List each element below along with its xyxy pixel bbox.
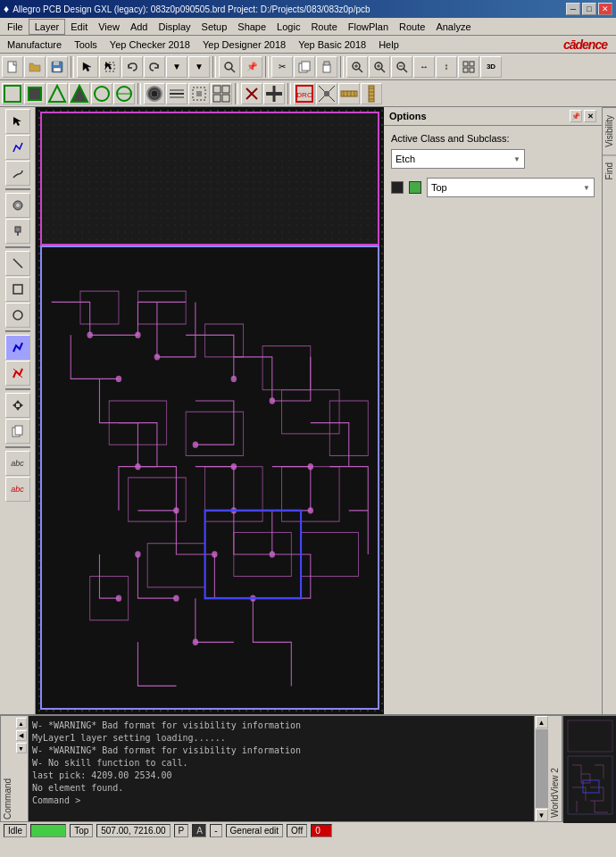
- menu-help[interactable]: Help: [373, 37, 404, 52]
- pcb-top-region: [40, 112, 379, 245]
- sidebar-circle-btn[interactable]: [5, 303, 30, 328]
- toolbar-zoom-out-btn[interactable]: [391, 56, 412, 78]
- toolbar2-btn6[interactable]: [113, 83, 135, 104]
- console-arrow-prev[interactable]: ◀: [16, 730, 27, 741]
- sidebar-route-btn[interactable]: [5, 335, 30, 360]
- menu-display[interactable]: Display: [153, 20, 196, 34]
- toolbar-zoom-prev-btn[interactable]: ↔: [413, 56, 435, 78]
- toolbar-paste-btn[interactable]: [316, 56, 337, 78]
- toolbar-scroll-dn-btn[interactable]: ▼: [166, 56, 187, 78]
- menu-route[interactable]: Route: [305, 20, 342, 34]
- sidebar-rect-btn[interactable]: [5, 277, 30, 302]
- toolbar-new-btn[interactable]: [2, 56, 23, 78]
- menu-view[interactable]: View: [93, 20, 125, 34]
- toolbar-zoom-fit-btn[interactable]: [346, 56, 368, 78]
- menu-tools[interactable]: Tools: [69, 37, 103, 52]
- toolbar2-btn3[interactable]: [46, 83, 68, 104]
- toolbar2-btn14[interactable]: [316, 83, 337, 104]
- menu-shape[interactable]: Shape: [232, 20, 271, 34]
- toolbar-select2-btn[interactable]: [99, 56, 121, 78]
- sidebar-line-btn[interactable]: [5, 251, 30, 276]
- toolbar-zoom-in-btn[interactable]: [369, 56, 390, 78]
- toolbar-open-btn[interactable]: [24, 56, 46, 78]
- options-close-btn[interactable]: ✕: [584, 110, 596, 122]
- toolbar2-btn12[interactable]: [263, 83, 285, 104]
- toolbar2-btn10[interactable]: [211, 83, 232, 104]
- subclass-checkbox[interactable]: [391, 181, 404, 194]
- tab-find[interactable]: Find: [603, 154, 616, 187]
- menu-layer[interactable]: Layer: [29, 19, 66, 35]
- menu-setup[interactable]: Setup: [196, 20, 233, 34]
- menu-flowplan[interactable]: FlowPlan: [343, 20, 394, 34]
- menu-edit[interactable]: Edit: [65, 20, 93, 34]
- menu-logic[interactable]: Logic: [271, 20, 305, 34]
- menu-yep-basic[interactable]: Yep Basic 2018: [293, 37, 371, 52]
- sidebar-move-btn[interactable]: [5, 393, 30, 418]
- sidebar-ripup-btn[interactable]: [5, 361, 30, 386]
- sidebar-pin-btn[interactable]: [5, 219, 30, 244]
- toolbar-scroll-dn2-btn[interactable]: ▼: [188, 56, 210, 78]
- console-arrow-up[interactable]: ▲: [16, 718, 27, 728]
- toolbar-cut-btn[interactable]: ✂: [271, 56, 293, 78]
- svg-line-20: [404, 69, 407, 72]
- options-pin-btn[interactable]: 📌: [570, 110, 582, 122]
- sidebar-text2-btn[interactable]: abc: [5, 477, 30, 502]
- sidebar-text-btn[interactable]: abc: [5, 451, 30, 476]
- toolbar-undo-btn[interactable]: [121, 56, 143, 78]
- toolbar2-btn4[interactable]: [69, 83, 90, 104]
- sidebar-sep-1: [5, 188, 30, 190]
- sidebar-via-btn[interactable]: [5, 193, 30, 218]
- sidebar-slide-btn[interactable]: [5, 161, 30, 186]
- menu-yep-designer[interactable]: Yep Designer 2018: [197, 37, 291, 52]
- worldview-label: WorldView 2: [548, 716, 562, 821]
- console-scroll-down-btn[interactable]: ▼: [536, 809, 548, 821]
- toolbar-grid-btn[interactable]: [458, 56, 479, 78]
- toolbar-redo-btn[interactable]: [144, 56, 165, 78]
- sidebar-addconnect-btn[interactable]: [5, 135, 30, 160]
- close-button[interactable]: ✕: [598, 3, 612, 15]
- subclass-dropdown[interactable]: Top ▼: [427, 178, 595, 197]
- toolbar2-drc-btn[interactable]: DRC: [294, 83, 315, 104]
- toolbar2-btn11[interactable]: [241, 83, 262, 104]
- menu-manufacture[interactable]: Manufacture: [2, 37, 67, 52]
- toolbar2-btn1[interactable]: [2, 83, 23, 104]
- toolbar-3d-btn[interactable]: 3D: [480, 56, 502, 78]
- console-arrow-down2[interactable]: ▼: [16, 743, 27, 753]
- menu-file[interactable]: File: [2, 20, 29, 34]
- toolbar-2: DRC: [0, 80, 616, 107]
- console-scroll-track[interactable]: [536, 729, 548, 808]
- class-dropdown[interactable]: Etch ▼: [391, 149, 525, 169]
- toolbar2-ruler-btn[interactable]: [338, 83, 360, 104]
- toolbar2-btn5[interactable]: [91, 83, 112, 104]
- toolbar-copy-btn[interactable]: [294, 56, 315, 78]
- sidebar-copy-btn[interactable]: [5, 419, 30, 444]
- toolbar-pin-btn[interactable]: 📌: [241, 56, 262, 78]
- console-text-area[interactable]: W- *WARNING* Bad format for visibility i…: [29, 716, 534, 821]
- pcb-canvas-area[interactable]: [36, 107, 384, 714]
- toolbar2-btn7[interactable]: [144, 83, 165, 104]
- menu-yep-checker[interactable]: Yep Checker 2018: [104, 37, 196, 52]
- svg-point-78: [135, 332, 140, 338]
- svg-rect-53: [341, 91, 357, 96]
- console-line-3: W- *WARNING* Bad format for visibility i…: [32, 745, 530, 757]
- toolbar2-btn9[interactable]: [188, 83, 210, 104]
- tab-visibility[interactable]: Visibility: [603, 107, 616, 154]
- minimize-button[interactable]: ─: [566, 3, 580, 15]
- sidebar-pointer-btn[interactable]: [5, 109, 30, 134]
- toolbar-zoom-next-btn[interactable]: ↕: [436, 56, 457, 78]
- toolbar-select-btn[interactable]: [77, 56, 98, 78]
- console-scroll-up-btn[interactable]: ▲: [536, 716, 548, 728]
- maximize-button[interactable]: □: [582, 3, 596, 15]
- console-scrollbar[interactable]: ▲ ▼: [534, 716, 548, 821]
- title-bar-controls[interactable]: ─ □ ✕: [566, 3, 612, 15]
- menu-route2[interactable]: Route: [394, 20, 430, 34]
- toolbar2-btn8[interactable]: [166, 83, 187, 104]
- menu-add[interactable]: Add: [125, 20, 154, 34]
- toolbar-search-btn[interactable]: [219, 56, 240, 78]
- svg-rect-23: [470, 62, 474, 66]
- toolbar2-ruler2-btn[interactable]: [361, 83, 382, 104]
- menu-analyze[interactable]: Analyze: [430, 20, 476, 34]
- toolbar-save-btn[interactable]: [46, 56, 68, 78]
- toolbar2-btn2[interactable]: [24, 83, 46, 104]
- menu-bar-2: Manufacture Tools Yep Checker 2018 Yep D…: [0, 36, 616, 54]
